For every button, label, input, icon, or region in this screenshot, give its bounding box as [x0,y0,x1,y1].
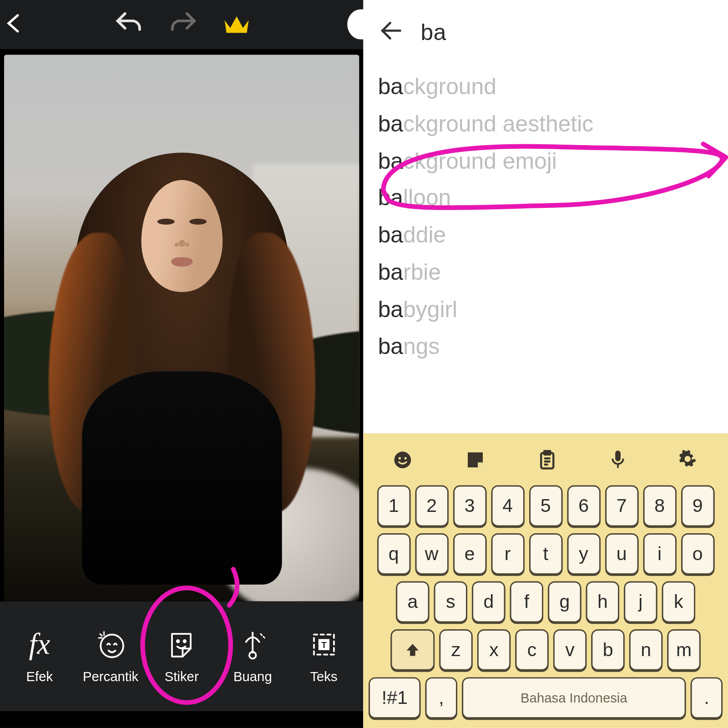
keyboard-row-home: a s d f g h j k [367,581,724,622]
key-f[interactable]: f [510,581,543,622]
cutout-icon [237,628,268,661]
search-back-icon[interactable] [378,17,405,46]
key-x[interactable]: x [477,629,511,671]
search-input[interactable]: ba [420,19,446,45]
key-3[interactable]: 3 [453,485,486,527]
svg-point-8 [394,452,411,469]
key-n[interactable]: n [629,629,662,671]
keyboard-row-bottom: z x c v b n m [367,629,724,671]
redo-icon[interactable] [168,9,197,40]
suggestion-item[interactable]: background [378,68,713,105]
editor-pane: fx Efek Percantik Stiker Buang [0,0,363,728]
sticker-icon [166,628,197,661]
keyboard-row-top: q w e r t y u i o [367,533,724,575]
key-h[interactable]: h [586,581,619,622]
svg-point-0 [101,634,123,657]
suggestion-item[interactable]: baddie [378,217,713,254]
key-c[interactable]: c [515,629,548,671]
svg-rect-12 [545,451,551,455]
gear-icon[interactable] [679,450,699,473]
key-7[interactable]: 7 [605,485,638,527]
sticker-kb-icon[interactable] [465,450,485,473]
svg-point-2 [184,640,186,642]
tool-label: Stiker [165,669,199,685]
key-o[interactable]: o [681,533,714,575]
mic-icon[interactable] [610,449,626,473]
text-icon: T [308,628,339,661]
editor-topbar [0,0,363,49]
key-8[interactable]: 8 [643,485,676,527]
key-g[interactable]: g [548,581,581,622]
svg-rect-13 [615,450,621,461]
key-q[interactable]: q [377,533,410,575]
svg-text:T: T [321,640,327,650]
beautify-face-icon [95,628,126,661]
editor-canvas[interactable] [0,49,363,601]
fx-icon: fx [29,628,51,661]
suggestion-item[interactable]: background aesthetic [378,105,713,142]
photo-preview [4,55,359,601]
tool-percantik[interactable]: Percantik [77,628,144,685]
search-pane: ba background background aesthetic backg… [363,0,728,728]
key-w[interactable]: w [415,533,448,575]
suggestion-item[interactable]: barbie [378,254,713,291]
tool-label: Efek [26,669,53,685]
tool-teks[interactable]: T Teks [290,628,357,685]
undo-icon[interactable] [114,9,143,40]
key-9[interactable]: 9 [681,485,714,527]
search-suggestions: background background aesthetic backgrou… [363,64,728,376]
tool-label: Percantik [83,669,138,685]
tool-efek[interactable]: fx Efek [6,628,73,685]
svg-point-9 [398,457,400,460]
keyboard-toolbar [366,440,725,483]
editor-toolbar: fx Efek Percantik Stiker Buang [0,601,363,711]
key-shift[interactable] [390,629,435,671]
emoji-icon[interactable] [392,450,412,473]
key-k[interactable]: k [662,581,695,622]
key-space[interactable]: Bahasa Indonesia [462,677,686,718]
tool-stiker[interactable]: Stiker [148,628,215,685]
clipboard-icon[interactable] [538,450,557,473]
key-e[interactable]: e [453,533,486,575]
key-u[interactable]: u [605,533,638,575]
space-label: Bahasa Indonesia [521,690,627,706]
back-icon[interactable] [3,11,27,38]
search-bar: ba [363,0,728,64]
crown-premium-icon[interactable] [223,15,250,35]
key-t[interactable]: t [529,533,562,575]
keyboard-row-space: !#1 , Bahasa Indonesia . [367,677,724,718]
key-m[interactable]: m [667,629,700,671]
key-4[interactable]: 4 [491,485,524,527]
key-z[interactable]: z [439,629,472,671]
key-period[interactable]: . [691,677,723,718]
keyboard-row-numbers: 1 2 3 4 5 6 7 8 9 [367,485,724,527]
suggestion-item[interactable]: bangs [378,328,713,365]
suggestion-item[interactable]: babygirl [378,291,713,328]
key-y[interactable]: y [567,533,600,575]
keyboard: 1 2 3 4 5 6 7 8 9 q w e r t y u [363,433,728,728]
key-i[interactable]: i [643,533,676,575]
suggestion-item[interactable]: background emoji [378,142,713,180]
key-b[interactable]: b [591,629,624,671]
key-symbols[interactable]: !#1 [369,677,420,718]
tool-label: Teks [310,669,337,685]
key-d[interactable]: d [472,581,505,622]
key-2[interactable]: 2 [415,485,448,527]
key-s[interactable]: s [434,581,467,622]
suggestion-item[interactable]: balloon [378,179,713,217]
key-5[interactable]: 5 [529,485,562,527]
svg-point-10 [404,457,406,460]
key-comma[interactable]: , [425,677,457,718]
key-6[interactable]: 6 [567,485,600,527]
key-v[interactable]: v [553,629,586,671]
key-1[interactable]: 1 [377,485,410,527]
tool-buang[interactable]: Buang [219,628,286,685]
tool-label: Buang [233,669,272,685]
key-r[interactable]: r [491,533,524,575]
key-j[interactable]: j [624,581,657,622]
svg-point-1 [177,640,180,642]
key-a[interactable]: a [396,581,429,622]
